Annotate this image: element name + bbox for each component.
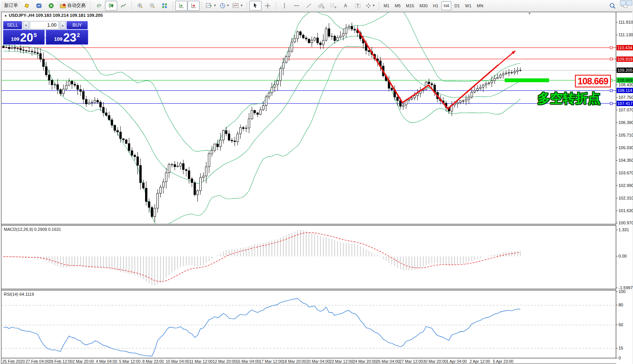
separator [202, 2, 202, 10]
price-tick: 102.990 [618, 183, 633, 188]
time-axis[interactable]: 25 Feb 202027 Feb 04:0028 Feb 12:002 Mar… [2, 359, 616, 364]
time-tick: 28 Feb 12:00 [49, 359, 73, 364]
minimize-window-icon[interactable] [620, 0, 626, 5]
fibonacci-icon[interactable]: F [327, 1, 339, 11]
text-label-icon[interactable]: T [352, 1, 364, 11]
volume-input[interactable]: 1.00 [30, 21, 59, 29]
auto-trading-label: 自动交易 [67, 2, 86, 9]
new-order-button[interactable]: 新订单 [2, 1, 21, 10]
search-icon[interactable] [606, 1, 618, 11]
restore-window-icon[interactable] [627, 0, 632, 5]
price-badge: 107.417 [617, 101, 633, 106]
bar-chart-icon[interactable] [93, 1, 105, 11]
horizontal-line-icon[interactable] [291, 1, 303, 11]
price-badge: 108.669 [617, 77, 633, 83]
macd-canvas[interactable] [2, 225, 616, 289]
time-tick: 18 Mar 20:00 [283, 359, 306, 364]
rsi-tick: 15 [618, 345, 623, 351]
price-tick: 106.390 [618, 120, 633, 125]
sell-button[interactable]: SELL [3, 21, 22, 29]
macd-tick: 1.331 [618, 227, 629, 232]
candlestick-chart-icon[interactable] [105, 1, 117, 11]
timeframe-h1[interactable]: H1 [431, 1, 441, 10]
price-axis[interactable]: 111.810111.130108.430107.750107.070106.3… [616, 12, 632, 364]
rsi-pane[interactable]: RSI(14) 64.1119 [2, 290, 616, 358]
auto-scroll-icon[interactable] [175, 1, 187, 11]
buy-button[interactable]: BUY [66, 21, 88, 29]
price-badge: 109.205 [617, 68, 633, 73]
timeframe-w1[interactable]: W1 [463, 1, 474, 10]
zoom-out-icon[interactable] [146, 1, 158, 11]
profile-icon[interactable] [33, 1, 45, 11]
tile-windows-icon[interactable] [158, 1, 171, 11]
timeframe-m5[interactable]: M5 [392, 1, 403, 10]
auto-trading-button[interactable]: 自动交易 [57, 1, 88, 10]
time-tick: 26 Mar 04:00 [376, 359, 400, 364]
text-icon[interactable]: A [339, 1, 352, 11]
sell-price-big: 20 [20, 32, 33, 43]
timeframe-m15[interactable]: M15 [404, 1, 416, 10]
dropdown-arrow-icon: ▼ [240, 4, 243, 7]
price-tick: 105.710 [618, 132, 633, 138]
window-buttons[interactable] [620, 0, 632, 5]
svg-text:E: E [323, 6, 325, 9]
price-tick: 102.310 [618, 195, 633, 201]
time-tick: 5 Mar 12:00 [119, 359, 140, 364]
sell-price-prefix: 109 [11, 36, 19, 42]
buy-price-big: 23 [63, 32, 76, 43]
buy-price-display[interactable]: 109 23 2 [46, 30, 88, 45]
rsi-canvas[interactable] [2, 290, 616, 358]
timeframe-mn[interactable]: MN [475, 1, 486, 10]
time-tick: 2 Apr 12:00 [470, 359, 490, 364]
chart-wizard-icon[interactable] [21, 1, 33, 11]
crosshair-icon[interactable] [262, 1, 274, 11]
zoom-in-icon[interactable] [134, 1, 146, 11]
price-level-callout[interactable]: 108.669 [575, 75, 611, 87]
chart-shift-icon[interactable] [187, 1, 200, 11]
time-tick: 30 Mar 20:00 [423, 359, 447, 364]
rsi-label: RSI(14) 64.1119 [4, 292, 34, 296]
rsi-tick: 50 [618, 322, 623, 327]
period-icon[interactable]: ▼ [218, 1, 231, 11]
buy-price-prefix: 109 [54, 36, 63, 42]
price-tick: 101.630 [618, 208, 633, 213]
price-pane[interactable]: ▲ USDJPY-,H4 109.183 109.214 109.181 109… [2, 12, 616, 224]
chart-title: ▲ USDJPY-,H4 109.183 109.214 109.181 109… [4, 13, 103, 18]
time-tick: 8 Mar 23:00 [142, 359, 164, 364]
vertical-line-icon[interactable] [278, 1, 291, 11]
trendline-icon[interactable] [303, 1, 315, 11]
cursor-icon[interactable] [249, 1, 262, 11]
new-chart-icon[interactable]: ▼ [204, 1, 218, 11]
rsi-tick: 0 [618, 355, 621, 361]
macd-label: MACD(12,26,9) 0.2909 0.1631 [4, 227, 61, 232]
timeframe-m30[interactable]: M30 [417, 1, 430, 10]
macd-pane[interactable]: MACD(12,26,9) 0.2909 0.1631 [2, 225, 616, 289]
price-badge: 109.818 [617, 56, 633, 62]
signals-icon[interactable] [45, 1, 57, 11]
price-tick: 107.070 [618, 107, 633, 113]
volume-decrease-button[interactable]: ▼ [23, 21, 29, 29]
sell-price-sup: 5 [34, 32, 37, 38]
chart-shift-marker[interactable]: ▼ [528, 11, 531, 16]
line-chart-icon[interactable] [117, 1, 129, 11]
timeframe-m1[interactable]: M1 [381, 1, 392, 10]
indicators-icon[interactable]: ▼ [231, 1, 245, 11]
shapes-icon[interactable]: ▼ [364, 1, 377, 11]
mt4-terminal: 新订单 自动交易 ▼ ▼ ▼ E F A T ▼ M [0, 0, 633, 364]
time-tick: 16 Mar 04:00 [236, 359, 260, 364]
svg-text:F: F [335, 6, 336, 9]
time-tick: 2 Mar 20:00 [73, 359, 94, 364]
timeframe-d1[interactable]: D1 [452, 1, 462, 10]
volume-increase-button[interactable]: ▲ [60, 21, 66, 29]
timeframe-h4[interactable]: H4 [441, 1, 451, 10]
time-tick: 10 Mar 04:00 [166, 359, 189, 364]
price-tick: 105.030 [618, 145, 633, 150]
price-tick: 100.970 [618, 220, 633, 225]
equidistant-channel-icon[interactable]: E [315, 1, 327, 11]
price-chart-canvas[interactable] [2, 12, 616, 224]
sell-price-display[interactable]: 109 20 5 [3, 30, 45, 45]
separator [276, 2, 276, 10]
separator [90, 2, 91, 10]
chart-title-text: USDJPY-,H4 109.183 109.214 109.181 109.2… [9, 13, 103, 18]
collapse-arrow-icon[interactable]: ▲ [4, 14, 7, 17]
